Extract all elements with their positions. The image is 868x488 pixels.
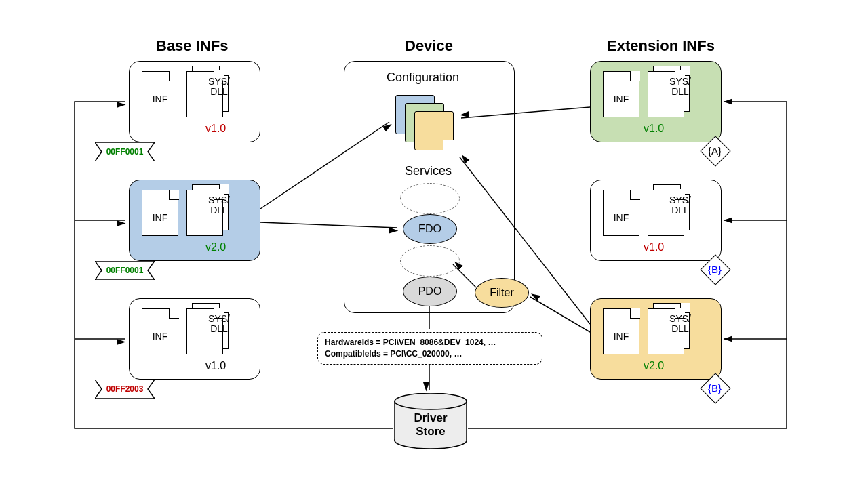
heading-base-infs: Base INFs bbox=[156, 37, 228, 55]
configuration-label: Configuration bbox=[387, 70, 459, 85]
inf-file-icon: INF bbox=[142, 308, 178, 354]
driver-store-cylinder: Driver Store bbox=[393, 393, 468, 453]
heading-extension-infs: Extension INFs bbox=[607, 37, 715, 55]
inf-label: INF bbox=[604, 94, 639, 104]
svg-point-7 bbox=[395, 393, 467, 409]
services-label: Services bbox=[405, 164, 452, 178]
sys-dll-label: SYS/DLL bbox=[663, 77, 698, 98]
base-package-0: INF SYS/DLL v1.0 bbox=[129, 61, 260, 142]
inf-file-icon: INF bbox=[142, 71, 178, 117]
ext-package-1: INF SYS/DLL v1.0 bbox=[590, 180, 722, 261]
config-sheet-orange bbox=[414, 111, 454, 150]
version-label: v1.0 bbox=[205, 123, 226, 135]
version-label: v1.0 bbox=[644, 241, 664, 253]
inf-label: INF bbox=[142, 331, 178, 342]
inf-label: INF bbox=[142, 94, 178, 104]
feature-ribbon-0: 00FF0001 bbox=[95, 142, 155, 161]
extension-id-diamond-b1: {B} bbox=[700, 254, 730, 284]
version-label: v1.0 bbox=[205, 360, 226, 372]
ext-package-0-selected: INF SYS/DLL v1.0 bbox=[590, 61, 722, 142]
inf-file-icon: INF bbox=[603, 71, 639, 117]
inf-label: INF bbox=[142, 212, 178, 223]
version-label: v2.0 bbox=[205, 241, 226, 253]
sys-dll-label: SYS/DLL bbox=[663, 314, 698, 335]
inf-label: INF bbox=[604, 331, 639, 342]
inf-label: INF bbox=[604, 212, 639, 223]
ribbon-text: 00FF0001 bbox=[95, 142, 155, 161]
base-package-1-selected: INF SYS/DLL v2.0 bbox=[129, 180, 260, 261]
sys-dll-label: SYS/DLL bbox=[201, 77, 237, 98]
svg-line-13 bbox=[530, 297, 590, 332]
service-slot-upper bbox=[400, 183, 460, 214]
svg-text:Store: Store bbox=[416, 425, 445, 438]
sys-dll-label: SYS/DLL bbox=[201, 195, 237, 216]
extension-id-diamond-a: {A} bbox=[700, 136, 730, 165]
compatible-ids-text: CompatibleIds = PCI\CC_020000, … bbox=[325, 348, 535, 360]
inf-file-icon: INF bbox=[603, 190, 639, 236]
ext-package-2-selected: INF SYS/DLL v2.0 bbox=[590, 298, 722, 380]
hardware-ids-text: HardwareIds = PCI\VEN_8086&DEV_1024, … bbox=[325, 337, 535, 348]
pdo-node: PDO bbox=[403, 277, 457, 306]
version-label: v2.0 bbox=[644, 360, 664, 372]
fdo-node: FDO bbox=[403, 214, 457, 244]
sys-dll-label: SYS/DLL bbox=[201, 314, 237, 335]
inf-file-icon: INF bbox=[603, 308, 639, 354]
base-package-2: INF SYS/DLL v1.0 bbox=[129, 298, 260, 380]
device-ids-box: HardwareIds = PCI\VEN_8086&DEV_1024, … C… bbox=[317, 332, 542, 365]
ribbon-text: 00FF0001 bbox=[95, 261, 155, 280]
inf-file-icon: INF bbox=[142, 190, 178, 236]
feature-ribbon-2: 00FF2003 bbox=[95, 380, 155, 399]
version-label: v1.0 bbox=[644, 123, 664, 135]
service-slot-lower bbox=[400, 245, 460, 277]
svg-text:Driver: Driver bbox=[414, 411, 448, 424]
extension-id-diamond-b2: {B} bbox=[700, 373, 730, 403]
filter-node: Filter bbox=[475, 278, 529, 308]
heading-device: Device bbox=[405, 37, 453, 55]
feature-ribbon-1: 00FF0001 bbox=[95, 261, 155, 280]
sys-dll-label: SYS/DLL bbox=[663, 195, 698, 216]
ribbon-text: 00FF2003 bbox=[95, 380, 155, 399]
